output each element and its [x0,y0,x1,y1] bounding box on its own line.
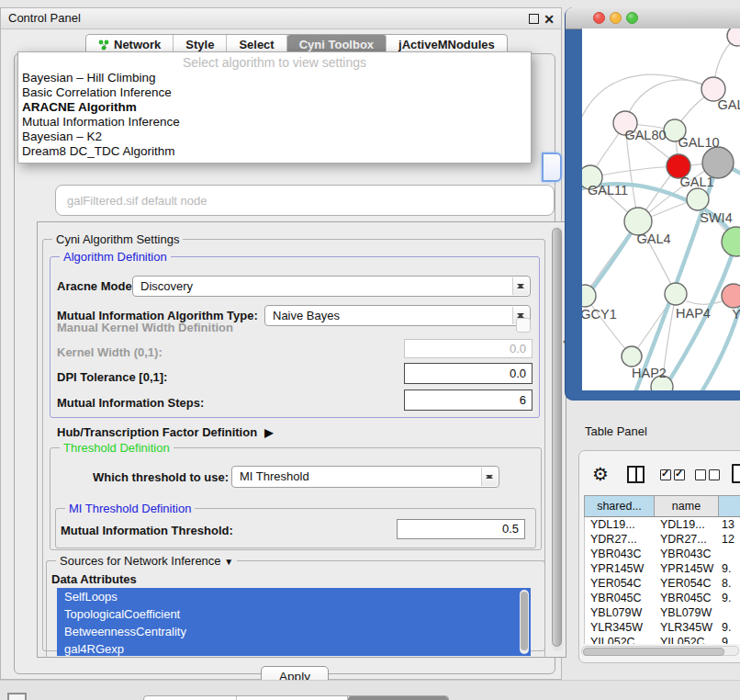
table-row[interactable]: YBL079WYBL079W [585,605,740,620]
column-header-shared[interactable]: shared... [585,496,655,516]
gear-icon[interactable]: ⚙ [592,463,609,485]
table-cell: YER054C [585,576,655,591]
tab-infer-network[interactable]: Infer Network [348,696,448,700]
table-source-combo[interactable]: galFiltered.sif default node [55,185,555,216]
algorithm-definition-title: Algorithm Definition [60,250,171,264]
node-label-gal1: GAL1 [679,175,713,189]
tab-discretize-data[interactable]: Discretize Data [237,696,347,700]
popup-placeholder: Select algorithm to view settings [18,55,531,71]
tab-label: Discretize Data [249,696,334,700]
table-cell: 8. [719,576,740,591]
table-body: YDL19...YDL19...13YDR27...YDR27...12YBR0… [584,517,740,644]
table-header-row: shared...nameA [584,495,740,517]
expand-right-icon[interactable]: ▶ [264,426,273,439]
attribute-item[interactable]: gal4RGexp [57,640,531,656]
network-window-titlebar[interactable] [566,7,740,29]
network-graph[interactable]: GALGAL80GAL10GAL1GAL11SWI4GAL4GCY1HAP4YH… [582,28,740,390]
tab-impute-data[interactable]: Impute Data [144,696,237,700]
threshold-definition-title: Threshold Definition [60,441,174,455]
network-node[interactable] [702,147,734,178]
table-cell [719,605,740,620]
node-label-gal4: GAL4 [636,231,670,246]
algorithm-dropdown-popup: Select algorithm to view settingsBayesia… [17,51,532,164]
table-row[interactable]: YDL19...YDL19...13 [585,517,740,532]
attributes-list-scrollbar[interactable] [520,590,529,654]
mi-type-value: Naive Bayes [273,309,340,322]
close-light[interactable] [593,12,605,24]
dpi-tolerance-field[interactable]: 0.0 [404,363,533,384]
mi-steps-field[interactable]: 6 [404,390,533,411]
algorithm-option[interactable]: Bayesian – Hill Climbing [18,71,531,85]
network-edge[interactable] [582,74,713,131]
network-edge[interactable] [590,166,678,177]
checkbox-checked-icon[interactable] [660,469,671,480]
table-row[interactable]: YDR27...YDR27...12 [585,532,740,547]
table-row[interactable]: YER054CYER054C8. [585,576,740,591]
network-node[interactable] [622,346,642,367]
network-icon [98,40,109,51]
float-window-icon[interactable] [529,14,539,24]
minimize-light[interactable] [610,12,622,24]
node-label-gal: GAL [717,97,740,112]
network-edge[interactable] [625,80,713,123]
mi-algorithm-type-select[interactable]: Naive Bayes [264,305,531,326]
table-cell: YDL19... [585,517,655,532]
table-row[interactable]: YBR043CYBR043C [585,547,740,561]
hub-definition-toggle[interactable]: Hub/Transcription Factor Definition▶ [57,425,273,439]
node-label-y: Y [732,307,740,322]
network-node[interactable] [722,227,740,256]
columns-icon[interactable] [627,466,645,483]
close-icon[interactable]: ✕ [544,10,555,28]
column-header-name[interactable]: name [655,496,719,516]
cyni-bottom-tabbar: Impute DataDiscretize DataInfer Network [143,695,449,700]
which-threshold-select[interactable]: MI Threshold [231,466,499,488]
table-cell: YDL19... [655,517,719,532]
network-node[interactable] [727,28,740,46]
table-panel-toolbar: ⚙ [579,462,740,490]
control-panel-window: Control Panel ✕ NetworkStyleSelectCyni T… [0,7,562,680]
table-row[interactable]: YPR145WYPR145W9. [585,561,740,576]
settings-vertical-scrollbar[interactable] [552,226,563,651]
algorithm-option[interactable]: Bayesian – K2 [18,130,531,144]
algorithm-option[interactable]: Mutual Information Inference [18,115,531,130]
manual-kernel-checkbox[interactable] [516,318,531,333]
dpi-tolerance-value: 0.0 [510,367,526,380]
zoom-light[interactable] [626,12,638,24]
checkbox-checked-icon[interactable] [674,469,685,480]
control-panel-titlebar: Control Panel ✕ [1,8,561,29]
mi-threshold-field[interactable]: 0.5 [397,519,525,539]
attribute-item[interactable]: SelfLoops [57,588,531,605]
network-canvas[interactable]: GALGAL80GAL10GAL1GAL11SWI4GAL4GCY1HAP4YH… [582,28,740,390]
attribute-item[interactable]: BetweennessCentrality [57,623,531,640]
network-node[interactable] [687,188,709,210]
node-label-gal80: GAL80 [624,128,666,142]
aracne-mode-select[interactable]: Discovery [132,276,531,297]
algorithm-option[interactable]: ARACNE Algorithm [18,100,531,115]
table-row[interactable]: YLR345WYLR345W9. [585,620,740,635]
settings-scrollbar-thumb[interactable] [552,228,562,647]
collapse-down-icon[interactable]: ▼ [224,557,233,567]
table-cell: YBR045C [585,591,655,605]
page-icon[interactable] [732,464,740,483]
column-header-a[interactable]: A [719,496,740,516]
checkbox-unchecked-icon[interactable] [695,469,706,480]
data-attributes-list[interactable]: SelfLoopsTopologicalCoefficientBetweenne… [57,588,531,656]
app-root: { "control_panel": { "title": "Control P… [0,0,740,700]
attributes-scrollbar-thumb[interactable] [521,592,528,650]
dock-panel-icon[interactable] [7,693,27,700]
checkbox-unchecked-icon[interactable] [709,469,720,480]
inference-algorithm-combo-stepper[interactable] [542,152,562,182]
table-row[interactable]: YIL052CYIL052C9. [585,635,740,644]
table-row[interactable]: YBR045CYBR045C9. [585,591,740,605]
control-panel-title: Control Panel [8,8,81,28]
table-horizontal-scrollbar[interactable] [581,646,739,656]
table-hscrollbar-thumb[interactable] [583,648,724,656]
network-node[interactable] [722,284,740,308]
kernel-width-field[interactable]: 0.0 [404,339,533,358]
sources-group-title[interactable]: Sources for Network Inference ▼ [56,554,237,568]
network-view-window: GALGAL80GAL10GAL1GAL11SWI4GAL4GCY1HAP4YH… [566,7,740,401]
algorithm-option[interactable]: Dream8 DC_TDC Algorithm [18,144,531,159]
network-node[interactable] [665,283,687,305]
attribute-item[interactable]: TopologicalCoefficient [57,605,531,623]
algorithm-option[interactable]: Basic Correlation Inference [18,85,531,100]
